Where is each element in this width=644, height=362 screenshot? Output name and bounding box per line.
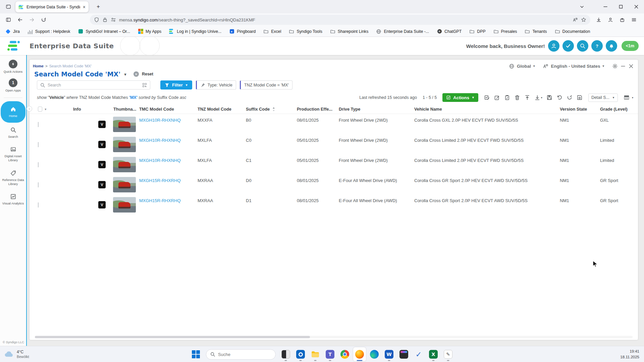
taskbar-app-office[interactable] bbox=[397, 347, 410, 361]
bell-icon[interactable] bbox=[606, 40, 617, 52]
bookmark-presales[interactable]: Presales bbox=[493, 29, 517, 34]
reload-icon[interactable] bbox=[39, 15, 49, 25]
reset-icon[interactable]: ✕ bbox=[133, 71, 139, 77]
firefox-view-icon[interactable] bbox=[3, 2, 13, 12]
search-box[interactable] bbox=[37, 80, 150, 89]
detail-view-select[interactable]: Detail S...▼ bbox=[588, 94, 618, 102]
sort-asc-icon[interactable] bbox=[272, 107, 275, 112]
sidebar-item-search[interactable]: Search bbox=[1, 123, 25, 142]
bookmark-syndigo-tools[interactable]: Syndigo Tools bbox=[289, 29, 322, 34]
download-caret-icon[interactable]: ▾ bbox=[541, 96, 542, 99]
sidebar-utility-open-apps[interactable]: 1Open Apps bbox=[5, 78, 21, 93]
sidebar-item-visual-analytics[interactable]: Visual Analytics bbox=[1, 190, 25, 209]
taskbar-search-input[interactable] bbox=[218, 352, 265, 357]
row-checkbox[interactable] bbox=[38, 162, 39, 167]
settings-gear-icon[interactable] bbox=[612, 63, 618, 69]
vehicle-thumbnail[interactable] bbox=[113, 177, 136, 192]
bookmark-support-helpdesk[interactable]: Support : Helpdesk bbox=[28, 29, 70, 34]
col-version-state[interactable]: Version State bbox=[560, 107, 600, 112]
bookmark-dpp[interactable]: DPP bbox=[469, 29, 485, 34]
user-icon[interactable] bbox=[548, 40, 559, 52]
table-row[interactable]: V MXGH10R-RHXNHQ MXLFA C1 05/01/2025 Fro… bbox=[30, 155, 638, 175]
table-row[interactable]: V MXGH15R-RHXRHQ MXRAA D1 08/01/2025 E-F… bbox=[30, 195, 638, 215]
tmc-model-code-link[interactable]: MXGH10R-RHXNHQ bbox=[139, 134, 198, 143]
clipboard-edit-icon[interactable] bbox=[504, 95, 510, 101]
check-icon[interactable] bbox=[562, 40, 574, 52]
taskbar-app-firefox[interactable] bbox=[353, 347, 366, 361]
taskbar-app-chrome[interactable] bbox=[338, 347, 351, 361]
region-select[interactable]: Global bbox=[517, 64, 531, 69]
bookmark-my-apps[interactable]: My Apps bbox=[138, 29, 161, 34]
window-maximize-icon[interactable] bbox=[613, 0, 629, 13]
filter-button[interactable]: Filter ▼ bbox=[160, 80, 192, 89]
filter-chip-type[interactable]: Type: Vehicle bbox=[196, 80, 236, 89]
close-panel-icon[interactable] bbox=[628, 63, 634, 69]
title-caret-icon[interactable]: ▼ bbox=[123, 72, 127, 76]
col-drive-type[interactable]: Drive Type bbox=[339, 107, 414, 112]
row-checkbox[interactable] bbox=[38, 202, 39, 207]
col-production-effective[interactable]: Production Effe... bbox=[297, 107, 339, 112]
column-layout-select[interactable]: ▾ bbox=[624, 95, 633, 101]
col-tmc-model-code[interactable]: TMC Model Code bbox=[139, 107, 198, 112]
language-select[interactable]: English - United States bbox=[551, 64, 600, 69]
saved-search-icon[interactable] bbox=[142, 82, 147, 88]
translate-icon[interactable] bbox=[573, 17, 578, 22]
tmc-model-code-link[interactable]: MXGH10R-RHXNHQ bbox=[139, 114, 198, 123]
taskbar-search[interactable] bbox=[206, 349, 276, 360]
forward-icon[interactable] bbox=[27, 15, 37, 25]
lock-icon[interactable] bbox=[102, 17, 108, 22]
tmc-model-code-link[interactable]: MXGH15R-RHXRHQ bbox=[139, 175, 198, 183]
vehicle-thumbnail[interactable] bbox=[113, 137, 136, 152]
table-row[interactable]: V MXGH15R-RHXRHQ MXRAA D0 08/01/2025 E-F… bbox=[30, 175, 638, 195]
back-icon[interactable] bbox=[15, 15, 25, 25]
start-button[interactable] bbox=[190, 347, 202, 361]
window-close-icon[interactable] bbox=[629, 0, 644, 13]
taskbar-app-outlook[interactable] bbox=[294, 347, 307, 361]
taskbar-app-excel[interactable]: X bbox=[427, 347, 440, 361]
sidebar-item-reference-data-library[interactable]: Reference Data Library bbox=[1, 167, 25, 189]
help-icon[interactable]: ? bbox=[591, 40, 603, 52]
permissions-icon[interactable] bbox=[111, 17, 116, 22]
new-tab-button[interactable]: + bbox=[94, 2, 103, 11]
vehicle-thumbnail[interactable] bbox=[113, 157, 136, 172]
bookmark-pingboard[interactable]: ▸Pingboard bbox=[229, 29, 256, 34]
bookmark-excel[interactable]: Excel bbox=[263, 29, 281, 34]
bookmark-star-icon[interactable] bbox=[581, 17, 586, 22]
vehicle-thumbnail[interactable] bbox=[113, 197, 136, 213]
collapse-handle[interactable]: ‹ bbox=[26, 106, 32, 112]
search-input[interactable] bbox=[48, 83, 140, 87]
session-timer-badge[interactable]: <1m bbox=[622, 41, 639, 51]
col-grade-level[interactable]: Grade (Level) bbox=[600, 107, 638, 112]
bookmark-syndigo-intranet-or[interactable]: SyndiGo! Intranet – Or... bbox=[78, 29, 130, 34]
search-icon[interactable] bbox=[577, 40, 588, 52]
bookmark-tenants[interactable]: Tenants bbox=[525, 29, 547, 34]
row-checkbox[interactable] bbox=[38, 122, 39, 127]
upload-icon[interactable] bbox=[524, 95, 530, 101]
minimize-panel-icon[interactable] bbox=[620, 63, 626, 69]
account-icon[interactable] bbox=[605, 15, 615, 25]
breadcrumb-home[interactable]: Home bbox=[33, 64, 44, 68]
list-all-tabs-icon[interactable] bbox=[574, 0, 590, 13]
scrollbar-thumb[interactable] bbox=[35, 336, 310, 338]
taskbar-app-file-explorer[interactable] bbox=[309, 347, 322, 361]
tmc-model-code-link[interactable]: MXGH15R-RHXRHQ bbox=[139, 195, 198, 203]
col-info[interactable]: Info bbox=[46, 107, 93, 112]
browser-tab[interactable]: Enterprise Data Suite - Syndigo × bbox=[15, 1, 89, 12]
save-config-icon[interactable] bbox=[577, 95, 583, 101]
col-tnz-model-code[interactable]: TNZ Model Code bbox=[198, 107, 246, 112]
taskbar-app-pen[interactable]: ✎ bbox=[442, 347, 454, 361]
col-vehicle-name[interactable]: Vehicle Name bbox=[414, 107, 560, 112]
bookmark-sharepoint-links[interactable]: Sharepoint Links bbox=[330, 29, 369, 34]
delete-icon[interactable] bbox=[514, 95, 520, 101]
filter-chip-tnz-model-code[interactable]: TNZ Model Code = 'MX' bbox=[240, 80, 292, 89]
taskbar-app-word[interactable]: W bbox=[383, 347, 395, 361]
actions-button[interactable]: Actions ▼ bbox=[442, 93, 478, 102]
tab-close-icon[interactable]: × bbox=[83, 4, 86, 10]
taskbar-app-todo[interactable]: ✓ bbox=[412, 347, 425, 361]
taskbar-app-teams[interactable]: T bbox=[324, 347, 336, 361]
sidebar-utility-quick-actions[interactable]: Quick Actions bbox=[4, 60, 22, 74]
table-row[interactable]: V MXGH10R-RHXNHQ MXLFA C0 05/01/2025 Fro… bbox=[30, 134, 638, 155]
language-caret-icon[interactable]: ▾ bbox=[602, 64, 604, 68]
undo-icon[interactable] bbox=[556, 95, 562, 101]
window-minimize-icon[interactable] bbox=[598, 0, 613, 13]
